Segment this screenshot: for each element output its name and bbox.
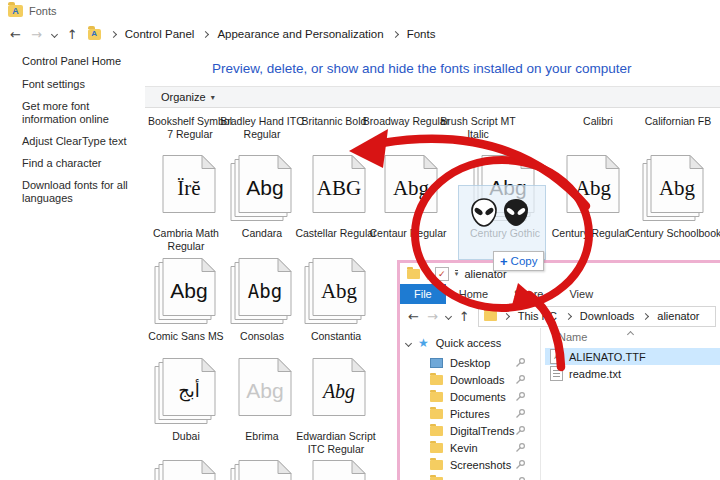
font-file-icon: Abg xyxy=(304,258,368,328)
alien-outline-icon xyxy=(470,198,498,228)
explorer-nav-item[interactable]: Desktop xyxy=(400,354,540,371)
font-preview-glyph: ABG xyxy=(313,163,365,213)
recent-locations-chevron[interactable] xyxy=(51,30,58,37)
pin-icon[interactable] xyxy=(515,476,526,480)
explorer-nav-label: Desktop xyxy=(450,357,540,369)
font-file-icon xyxy=(154,460,218,480)
font-item[interactable]: Abg Consolas xyxy=(230,258,294,343)
font-item-label[interactable]: Californian FB xyxy=(632,115,720,128)
pin-icon[interactable] xyxy=(515,391,526,402)
breadcrumb-segment[interactable]: This PC xyxy=(518,310,557,322)
fonts-window-title: Fonts xyxy=(29,5,57,17)
explorer-nav-item[interactable]: Screenshots xyxy=(400,456,540,473)
font-item[interactable] xyxy=(230,460,294,480)
folder-icon xyxy=(430,460,443,470)
font-preview-glyph: Abg xyxy=(239,266,291,316)
pin-icon[interactable] xyxy=(515,408,526,419)
drag-ghost-font-file[interactable] xyxy=(458,185,546,260)
font-item[interactable]: Abg Century Schoolbook xyxy=(642,155,706,240)
font-item[interactable]: Abg Edwardian Script ITC Regular xyxy=(304,358,368,456)
sidebar-task-link[interactable]: Find a character xyxy=(22,157,134,170)
font-preview-glyph: Abg xyxy=(239,366,291,416)
explorer-nav-item[interactable]: Kevin xyxy=(400,439,540,456)
font-preview-glyph: Abg xyxy=(567,163,619,213)
file-row[interactable]: readme.txt xyxy=(545,365,720,382)
font-item[interactable]: ABG Castellar Regular xyxy=(304,155,368,240)
explorer-nav-label: Screenshots xyxy=(450,459,540,471)
pane-splitter[interactable] xyxy=(540,328,541,480)
customize-toolbar-icon[interactable]: ▾ xyxy=(455,270,459,277)
font-item[interactable]: Ïrĕ Cambria Math Regular xyxy=(154,155,218,253)
ribbon-tab[interactable]: File xyxy=(400,284,446,304)
breadcrumb-segment[interactable]: Control Panel xyxy=(125,28,195,40)
ribbon-tab[interactable]: View xyxy=(556,284,606,304)
pin-icon[interactable] xyxy=(515,357,526,368)
font-item[interactable]: Abg Constantia xyxy=(304,258,368,343)
sidebar-task-link[interactable]: Download fonts for all languages xyxy=(22,179,134,205)
folder-icon xyxy=(430,426,443,436)
font-item[interactable]: أبج Dubai xyxy=(154,358,218,443)
column-header-name[interactable]: Name xyxy=(558,331,587,343)
chevron-right-icon xyxy=(642,312,649,319)
explorer-back-button[interactable]: ← xyxy=(408,309,419,324)
back-button[interactable]: ← xyxy=(10,27,21,42)
font-item-label[interactable]: Brush Script MT Italic xyxy=(432,115,524,141)
font-item[interactable]: Abg Candara xyxy=(230,155,294,240)
font-file-icon: Abg xyxy=(154,258,218,328)
file-row[interactable]: A ALIENATO.TTF xyxy=(545,348,720,365)
organize-button[interactable]: Organize ▾ xyxy=(161,91,215,103)
font-item[interactable]: Abg Ebrima xyxy=(230,358,294,443)
breadcrumb: Control PanelAppearance and Personalizat… xyxy=(111,28,436,40)
font-file-icon: Abg xyxy=(304,358,368,428)
explorer-nav-item[interactable]: DigitalTrends xyxy=(400,422,540,439)
fonts-location-icon: A xyxy=(88,29,101,40)
breadcrumb-segment[interactable]: Downloads xyxy=(580,310,634,322)
breadcrumb-segment[interactable]: Fonts xyxy=(407,28,436,40)
font-item[interactable]: Abg Century Regular xyxy=(558,155,622,240)
explorer-nav-label: Kevin xyxy=(450,442,540,454)
fonts-window-titlebar[interactable]: A Fonts xyxy=(0,0,720,22)
explorer-nav-item[interactable] xyxy=(400,473,540,480)
font-item-label: Centaur Regular xyxy=(360,227,456,240)
font-file-icon xyxy=(304,460,368,480)
ribbon-tab[interactable]: Home xyxy=(446,284,501,304)
font-preview-glyph xyxy=(163,468,215,480)
expand-chevron-icon[interactable] xyxy=(405,339,412,346)
ribbon-tab[interactable]: Share xyxy=(501,284,556,304)
explorer-recent-chevron[interactable] xyxy=(445,312,452,319)
sidebar-item-control-panel-home[interactable]: Control Panel Home xyxy=(22,55,121,67)
forward-button[interactable]: → xyxy=(31,27,42,42)
explorer-nav-item[interactable]: Pictures xyxy=(400,405,540,422)
explorer-forward-button[interactable]: → xyxy=(427,309,438,324)
explorer-nav-label: Downloads xyxy=(450,374,540,386)
sort-ascending-icon[interactable] xyxy=(628,327,633,339)
explorer-up-button[interactable]: ↑ xyxy=(459,309,470,324)
explorer-window: | ✓ ▾ alienator FileHomeShareView ← → ↑ … xyxy=(397,260,720,480)
pin-icon[interactable] xyxy=(515,374,526,385)
sidebar-item-quick-access[interactable]: ★ Quick access xyxy=(406,336,501,350)
font-item[interactable] xyxy=(304,460,368,480)
sidebar-task-link[interactable]: Adjust ClearType text xyxy=(22,135,134,148)
explorer-titlebar[interactable]: | ✓ ▾ alienator xyxy=(400,263,720,284)
pin-icon[interactable] xyxy=(515,459,526,470)
explorer-nav-item[interactable]: Downloads xyxy=(400,371,540,388)
quick-access-toolbar-icon[interactable]: ✓ xyxy=(435,267,449,281)
sidebar-task-link[interactable]: Font settings xyxy=(22,78,134,91)
breadcrumb-segment[interactable]: Appearance and Personalization xyxy=(217,28,383,40)
pin-icon[interactable] xyxy=(515,425,526,436)
explorer-breadcrumb-box[interactable]: This PCDownloadsalienator xyxy=(478,306,716,327)
font-preview-glyph: Abg xyxy=(163,266,215,316)
up-button[interactable]: ↑ xyxy=(67,27,78,42)
control-panel-sidebar: Control Panel Home Font settingsGet more… xyxy=(0,46,145,480)
folder-icon xyxy=(430,375,443,385)
pin-icon[interactable] xyxy=(515,442,526,453)
sidebar-task-link[interactable]: Get more font information online xyxy=(22,100,134,126)
font-item[interactable]: Abg Centaur Regular xyxy=(376,155,440,240)
explorer-nav-item[interactable]: Documents xyxy=(400,388,540,405)
font-item-label[interactable]: Calibri xyxy=(552,115,644,128)
font-item[interactable]: Abg Comic Sans MS xyxy=(154,258,218,343)
font-preview-glyph xyxy=(313,468,365,480)
font-item[interactable] xyxy=(154,460,218,480)
font-preview-glyph: Abg xyxy=(239,163,291,213)
breadcrumb-segment[interactable]: alienator xyxy=(657,310,699,322)
